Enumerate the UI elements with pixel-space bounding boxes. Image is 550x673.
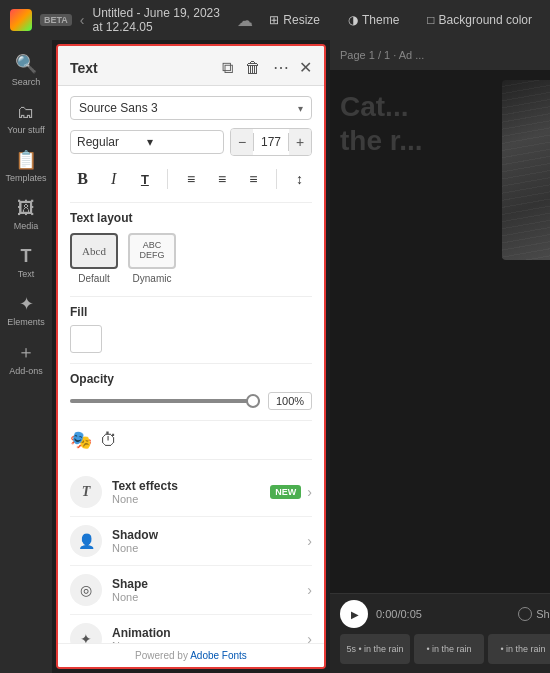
divider-1 — [70, 202, 312, 203]
layout-dynamic-box[interactable]: ABC DEFG — [128, 233, 176, 269]
text-effects-arrow: › — [307, 484, 312, 500]
opacity-value: 100% — [268, 392, 312, 410]
sidebar-item-templates[interactable]: 📋 Templates — [4, 144, 48, 188]
theme-icon: ◑ — [348, 13, 358, 27]
sidebar-item-elements[interactable]: ✦ Elements — [4, 288, 48, 332]
style-dropdown-arrow: ▾ — [147, 135, 217, 149]
text-style-row: B I T ≡ ≡ ≡ ↕ — [70, 166, 312, 192]
text-effects-info: Text effects None — [112, 479, 270, 505]
canvas-area: Page 1 / 1 · Ad ... Cat...the r... 0:00/… — [330, 40, 550, 673]
play-button[interactable] — [340, 600, 368, 628]
font-style-row: Regular ▾ − + — [70, 128, 312, 156]
resize-button[interactable]: ⊞ Resize — [261, 10, 328, 30]
app-logo — [10, 9, 32, 31]
track-1[interactable]: 5s • in the rain — [340, 634, 410, 664]
opacity-fill — [70, 399, 260, 403]
bold-serif-button[interactable]: B — [70, 166, 95, 192]
page-label: Page 1 / 1 · Ad ... — [340, 49, 424, 61]
media-icon: 🖼 — [17, 198, 35, 219]
font-size-input[interactable] — [253, 133, 289, 151]
shadow-item[interactable]: 👤 Shadow None › — [70, 517, 312, 566]
canvas-text-preview: Cat...the r... — [340, 90, 422, 157]
layout-default-label: Default — [78, 273, 110, 284]
align-center-button[interactable]: ≡ — [210, 166, 235, 192]
layout-options: Abcd Default ABC DEFG Dynamic — [70, 233, 312, 284]
canvas-content[interactable]: Cat...the r... — [330, 70, 550, 593]
adobe-fonts-link[interactable]: Adobe Fonts — [190, 650, 247, 661]
resize-icon: ⊞ — [269, 13, 279, 27]
left-sidebar: 🔍 Search 🗂 Your stuff 📋 Templates 🖼 Medi… — [0, 40, 52, 673]
addons-icon: ＋ — [17, 340, 35, 364]
shape-arrow: › — [307, 582, 312, 598]
align-right-button[interactable]: ≡ — [241, 166, 266, 192]
animation-item[interactable]: ✦ Animation None › — [70, 615, 312, 643]
style-divider — [167, 169, 168, 189]
layout-dynamic-text2: DEFG — [139, 251, 164, 261]
divider-4 — [70, 420, 312, 421]
sidebar-item-addons[interactable]: ＋ Add-ons — [4, 336, 48, 380]
animation-icon: ✦ — [70, 623, 102, 643]
font-family-selector[interactable]: Source Sans 3 ▾ — [70, 96, 312, 120]
font-style-selector[interactable]: Regular ▾ — [70, 130, 224, 154]
nav-back[interactable]: ‹ — [80, 12, 85, 28]
more-button[interactable]: ⋯ — [271, 56, 291, 79]
layout-option-dynamic[interactable]: ABC DEFG Dynamic — [128, 233, 176, 284]
shadow-value: None — [112, 542, 307, 554]
time-display: 0:00/0:05 — [376, 608, 422, 620]
track-2[interactable]: • in the rain — [414, 634, 484, 664]
panel-header: Text ⧉ 🗑 ⋯ ✕ — [58, 46, 324, 86]
size-increase-button[interactable]: + — [289, 129, 311, 155]
text-effects-value: None — [112, 493, 270, 505]
layout-default-box[interactable]: Abcd — [70, 233, 118, 269]
close-button[interactable]: ✕ — [299, 58, 312, 77]
animation-play-icon[interactable]: 🎭 — [70, 429, 92, 451]
font-dropdown-arrow: ▾ — [298, 103, 303, 114]
delete-button[interactable]: 🗑 — [243, 57, 263, 79]
text-effects-item[interactable]: T Text effects None NEW › — [70, 468, 312, 517]
opacity-row: 100% — [70, 392, 312, 410]
layout-option-default[interactable]: Abcd Default — [70, 233, 118, 284]
caps-button[interactable]: T — [132, 166, 157, 192]
animation-name: Animation — [112, 626, 307, 640]
text-effects-icon: T — [70, 476, 102, 508]
animation-timing-icon[interactable]: ⏱ — [100, 430, 118, 451]
timeline-tracks: 5s • in the rain • in the rain • in the … — [330, 634, 550, 664]
italic-serif-button[interactable]: I — [101, 166, 126, 192]
fill-label: Fill — [70, 305, 312, 319]
divider-3 — [70, 363, 312, 364]
panel-actions: ⧉ 🗑 ⋯ ✕ — [220, 56, 312, 79]
shadow-name: Shadow — [112, 528, 307, 542]
opacity-label: Opacity — [70, 372, 312, 386]
sidebar-item-media[interactable]: 🖼 Media — [4, 192, 48, 236]
font-family-name: Source Sans 3 — [79, 101, 298, 115]
theme-button[interactable]: ◑ Theme — [340, 10, 407, 30]
line-spacing-button[interactable]: ↕ — [287, 166, 312, 192]
text-icon: T — [21, 246, 32, 267]
sidebar-item-your-stuff[interactable]: 🗂 Your stuff — [4, 96, 48, 140]
opacity-slider[interactable] — [70, 399, 260, 403]
layer-timing-toggle[interactable]: Show layer timing ℹ — [518, 607, 550, 621]
size-decrease-button[interactable]: − — [231, 129, 253, 155]
layout-dynamic-label: Dynamic — [133, 273, 172, 284]
opacity-thumb[interactable] — [246, 394, 260, 408]
divider-2 — [70, 296, 312, 297]
background-color-button[interactable]: □ Background color — [419, 10, 540, 30]
elements-icon: ✦ — [19, 293, 34, 315]
shape-icon: ◎ — [70, 574, 102, 606]
track-3[interactable]: • in the rain — [488, 634, 550, 664]
align-left-button[interactable]: ≡ — [178, 166, 203, 192]
sidebar-item-search[interactable]: 🔍 Search — [4, 48, 48, 92]
fill-color-swatch[interactable] — [70, 325, 102, 353]
bg-color-icon: □ — [427, 13, 434, 27]
layout-default-text: Abcd — [82, 245, 106, 257]
sidebar-item-text[interactable]: T Text — [4, 240, 48, 284]
opacity-section: Opacity 100% — [70, 372, 312, 410]
copy-button[interactable]: ⧉ — [220, 57, 235, 79]
timeline: 0:00/0:05 Show layer timing ℹ 5s • in th… — [330, 593, 550, 673]
beta-badge: BETA — [40, 14, 72, 26]
top-bar-right: ⊞ Resize ◑ Theme □ Background color — [261, 10, 540, 30]
shape-item[interactable]: ◎ Shape None › — [70, 566, 312, 615]
shadow-arrow: › — [307, 533, 312, 549]
shadow-icon: 👤 — [70, 525, 102, 557]
text-panel: Text ⧉ 🗑 ⋯ ✕ Source Sans 3 ▾ Regular ▾ — [56, 44, 326, 669]
